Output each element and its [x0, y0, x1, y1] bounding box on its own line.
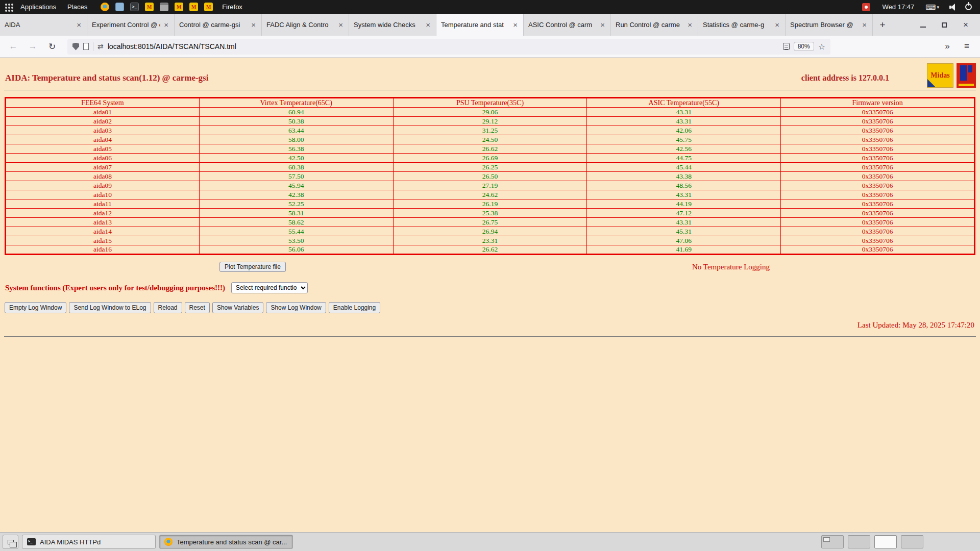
- back-button[interactable]: ←: [5, 39, 21, 54]
- cell-virtex-temp: 63.44: [199, 126, 393, 135]
- cell-firmware: 0x3350706: [781, 245, 975, 255]
- cell-firmware: 0x3350706: [781, 199, 975, 209]
- connection-icon[interactable]: ⇄: [97, 42, 104, 51]
- midas-app-icon[interactable]: M: [145, 3, 154, 11]
- plot-temperature-button[interactable]: Plot Temperature file: [219, 262, 286, 272]
- workspace-2[interactable]: [848, 535, 870, 548]
- url-text[interactable]: localhost:8015/AIDA/TSCAN/TSCAN.tml: [108, 42, 779, 51]
- cell-system: aida07: [6, 163, 200, 172]
- forward-button[interactable]: →: [24, 39, 41, 54]
- zoom-level[interactable]: 80%: [794, 42, 814, 51]
- browser-tab[interactable]: Statistics @ carme-g ×: [698, 14, 786, 36]
- files-icon[interactable]: [115, 3, 124, 11]
- menu-hamburger-icon[interactable]: ≡: [959, 39, 975, 54]
- windows-icon: [8, 540, 14, 544]
- reader-mode-icon[interactable]: [783, 43, 790, 50]
- browser-tab[interactable]: FADC Align & Contro ×: [262, 14, 349, 36]
- notification-icon[interactable]: [862, 3, 870, 11]
- action-button[interactable]: Send Log Window to ELog: [69, 302, 151, 313]
- maximize-button[interactable]: [940, 21, 948, 29]
- tab-label: Control @ carme-gsi: [179, 21, 248, 29]
- browser-tab[interactable]: Spectrum Browser @ ×: [786, 14, 873, 36]
- volume-icon[interactable]: [949, 4, 957, 11]
- taskbar-window-button[interactable]: AIDA MIDAS HTTPd: [22, 535, 156, 549]
- cell-virtex-temp: 42.38: [199, 190, 393, 199]
- active-app-name: Firefox: [222, 3, 242, 11]
- cell-psu-temp: 23.31: [393, 236, 587, 245]
- action-button[interactable]: Reset: [185, 302, 210, 313]
- panel-menu[interactable]: Places: [62, 0, 92, 14]
- cell-firmware: 0x3350706: [781, 190, 975, 199]
- power-icon[interactable]: [965, 4, 972, 10]
- browser-tab[interactable]: System wide Checks ×: [349, 14, 436, 36]
- cell-asic-temp: 43.31: [587, 218, 781, 227]
- midas-app-icon[interactable]: M: [175, 3, 183, 11]
- action-button[interactable]: Reload: [154, 302, 182, 313]
- tab-close-icon[interactable]: ×: [76, 20, 82, 29]
- workspace-3[interactable]: [874, 535, 897, 548]
- cell-psu-temp: 31.25: [393, 126, 587, 135]
- window-list-button[interactable]: [3, 535, 18, 549]
- table-row: aida08 57.50 26.50 43.38 0x3350706: [6, 172, 975, 181]
- bookmark-star-icon[interactable]: ☆: [818, 42, 825, 52]
- terminal-icon[interactable]: >_: [130, 3, 139, 11]
- tab-close-icon[interactable]: ×: [599, 20, 606, 29]
- browser-tab[interactable]: Run Control @ carme ×: [611, 14, 698, 36]
- desktop-top-panel: Applications Places >_ M M M M Firefox W…: [0, 0, 980, 14]
- browser-tab[interactable]: Experiment Control @ c ×: [87, 14, 175, 36]
- midas-app-icon[interactable]: M: [189, 3, 198, 11]
- browser-tab[interactable]: Temperature and stat ×: [436, 14, 524, 36]
- browser-tab[interactable]: Control @ carme-gsi ×: [175, 14, 262, 36]
- tab-close-icon[interactable]: ×: [337, 20, 344, 29]
- tracking-shield-icon[interactable]: [72, 43, 79, 51]
- screenshot-icon[interactable]: [160, 3, 168, 11]
- reload-button[interactable]: ↻: [44, 39, 60, 54]
- cell-asic-temp: 44.19: [587, 199, 781, 209]
- browser-tab[interactable]: AIDA ×: [0, 14, 87, 36]
- tab-close-icon[interactable]: ×: [512, 20, 519, 29]
- page-info-icon[interactable]: [83, 43, 89, 50]
- page-header: AIDA: Temperature and status scan(1.12) …: [4, 58, 976, 83]
- tab-close-icon[interactable]: ×: [163, 20, 169, 29]
- logos: Midas: [927, 63, 976, 88]
- clock[interactable]: Wed 17:47: [876, 3, 921, 11]
- cell-system: aida16: [6, 245, 200, 255]
- workspace-1[interactable]: [821, 535, 844, 548]
- tab-close-icon[interactable]: ×: [774, 20, 780, 29]
- midas-app-icon[interactable]: M: [204, 3, 213, 11]
- action-button[interactable]: Empty Log Window: [5, 302, 66, 313]
- new-tab-button[interactable]: +: [873, 14, 892, 36]
- function-select[interactable]: Select required function: [231, 282, 308, 293]
- taskbar-window-button[interactable]: Temperature and status scan @ car...: [159, 535, 293, 549]
- tab-close-icon[interactable]: ×: [250, 20, 257, 29]
- table-row: aida11 52.25 26.19 44.19 0x3350706: [6, 199, 975, 209]
- tab-close-icon[interactable]: ×: [425, 20, 431, 29]
- browser-tab[interactable]: ASIC Control @ carm ×: [524, 14, 611, 36]
- minimize-button[interactable]: [919, 21, 927, 29]
- cell-firmware: 0x3350706: [781, 227, 975, 236]
- cell-system: aida09: [6, 181, 200, 190]
- close-button[interactable]: ×: [962, 21, 970, 29]
- cell-psu-temp: 24.50: [393, 135, 587, 144]
- cell-virtex-temp: 57.50: [199, 172, 393, 181]
- cell-psu-temp: 29.06: [393, 108, 587, 117]
- cell-system: aida03: [6, 126, 200, 135]
- cell-virtex-temp: 50.38: [199, 117, 393, 126]
- midas-logo-text: Midas: [930, 71, 949, 80]
- table-header-row: FEE64 System Virtex Temperature(65C) PSU…: [6, 98, 975, 108]
- tab-close-icon[interactable]: ×: [861, 20, 868, 29]
- workspace-4[interactable]: [901, 535, 923, 548]
- action-button[interactable]: Show Variables: [212, 302, 264, 313]
- firefox-icon[interactable]: [101, 3, 109, 11]
- action-button[interactable]: Enable Logging: [329, 302, 380, 313]
- cell-system: aida05: [6, 144, 200, 154]
- cell-psu-temp: 26.94: [393, 227, 587, 236]
- system-functions-row: System functions (Expert users only for …: [4, 282, 976, 293]
- table-row: aida10 42.38 24.62 43.31 0x3350706: [6, 190, 975, 199]
- overflow-chevron-icon[interactable]: »: [939, 39, 955, 54]
- tab-close-icon[interactable]: ×: [687, 20, 693, 29]
- panel-menu[interactable]: Applications: [15, 0, 61, 14]
- url-bar[interactable]: ⇄ localhost:8015/AIDA/TSCAN/TSCAN.tml 80…: [67, 39, 830, 55]
- keyboard-layout-icon[interactable]: ⌨▾: [925, 3, 939, 11]
- action-button[interactable]: Show Log Window: [266, 302, 326, 313]
